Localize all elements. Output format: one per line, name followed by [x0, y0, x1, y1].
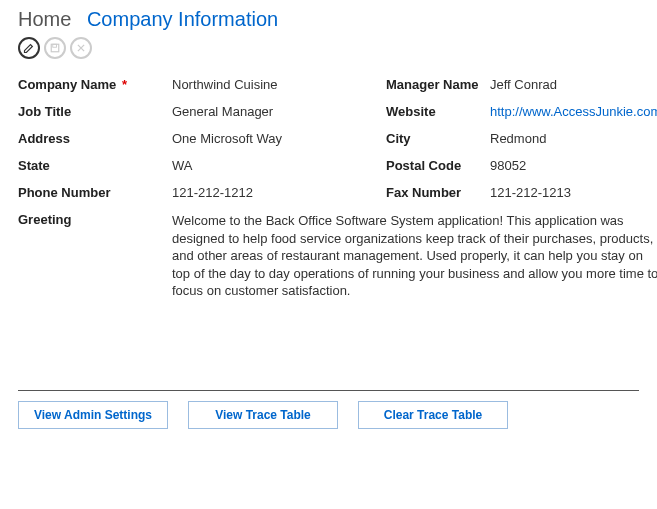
value-state: WA: [172, 158, 382, 173]
label-company-name: Company Name *: [18, 77, 168, 92]
view-trace-table-button[interactable]: View Trace Table: [188, 401, 338, 429]
view-admin-settings-button[interactable]: View Admin Settings: [18, 401, 168, 429]
pencil-icon: [23, 42, 35, 54]
value-city: Redmond: [490, 131, 657, 146]
label-postal-code: Postal Code: [386, 158, 486, 173]
required-mark: *: [122, 77, 127, 92]
value-manager-name: Jeff Conrad: [490, 77, 657, 92]
breadcrumb: Home Company Information: [18, 8, 639, 31]
clear-trace-table-button[interactable]: Clear Trace Table: [358, 401, 508, 429]
save-button: [44, 37, 66, 59]
label-manager-name: Manager Name: [386, 77, 486, 92]
divider: [18, 390, 639, 391]
breadcrumb-current: Company Information: [87, 8, 278, 30]
value-greeting: Welcome to the Back Office Software Syst…: [172, 212, 657, 300]
label-greeting: Greeting: [18, 212, 168, 227]
value-fax: 121-212-1213: [490, 185, 657, 200]
label-fax: Fax Number: [386, 185, 486, 200]
value-company-name: Northwind Cuisine: [172, 77, 382, 92]
label-address: Address: [18, 131, 168, 146]
website-link[interactable]: http://www.AccessJunkie.com: [490, 104, 657, 119]
value-address: One Microsoft Way: [172, 131, 382, 146]
label-city: City: [386, 131, 486, 146]
save-icon: [49, 42, 61, 54]
value-website: http://www.AccessJunkie.com: [490, 104, 657, 119]
button-row: View Admin Settings View Trace Table Cle…: [18, 401, 639, 429]
toolbar: [18, 37, 639, 59]
form-grid: Company Name * Northwind Cuisine Manager…: [18, 77, 639, 300]
label-phone: Phone Number: [18, 185, 168, 200]
cancel-button: [70, 37, 92, 59]
label-job-title: Job Title: [18, 104, 168, 119]
label-website: Website: [386, 104, 486, 119]
value-job-title: General Manager: [172, 104, 382, 119]
label-state: State: [18, 158, 168, 173]
edit-button[interactable]: [18, 37, 40, 59]
value-phone: 121-212-1212: [172, 185, 382, 200]
value-postal-code: 98052: [490, 158, 657, 173]
breadcrumb-home[interactable]: Home: [18, 8, 71, 30]
close-icon: [76, 43, 86, 53]
